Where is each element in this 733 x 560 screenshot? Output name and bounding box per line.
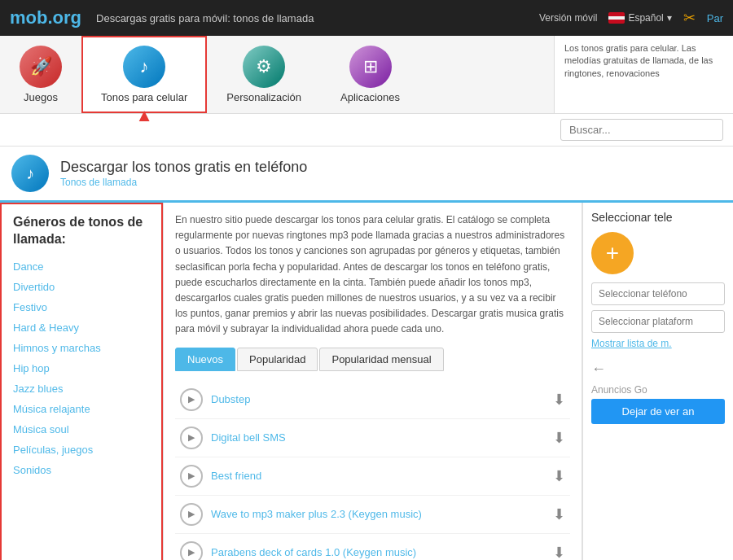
header-right: Versión móvil Español ▾ ✂ Par xyxy=(539,9,723,27)
nav-label-apps: Aplicaciones xyxy=(340,91,400,103)
sidebar: Géneros de tonos de llamada: Dance Diver… xyxy=(0,203,163,560)
par-button[interactable]: Par xyxy=(707,12,723,24)
page-heading-text: Descargar los tonos gratis en teléfono T… xyxy=(60,159,307,188)
apps-icon: ⊞ xyxy=(349,46,392,88)
center-content: En nuestro sitio puede descargar los ton… xyxy=(163,203,582,560)
nav-bar: 🚀 Juegos ♪ Tonos para celular ▲ ⚙ Person… xyxy=(0,36,733,114)
page-title: Descargar los tonos gratis en teléfono xyxy=(60,159,307,176)
sidebar-item-jazz[interactable]: Jazz blues xyxy=(13,378,150,399)
sidebar-item-hiphop[interactable]: Hip hop xyxy=(13,358,150,378)
add-phone-button[interactable]: + xyxy=(591,232,634,274)
nav-item-personalization[interactable]: ⚙ Personalización xyxy=(207,36,321,113)
song-item: ▶ Best friend ⬇ xyxy=(175,457,570,496)
sidebar-item-hard-heavy[interactable]: Hard & Heavy xyxy=(13,317,150,338)
logo[interactable]: mob.org xyxy=(10,7,81,28)
sidebar-item-peliculas[interactable]: Películas, juegos xyxy=(13,440,150,460)
song-list: ▶ Dubstep ⬇ ▶ Digital bell SMS ⬇ ▶ Best … xyxy=(175,381,570,561)
personalization-icon: ⚙ xyxy=(243,46,285,88)
back-button[interactable]: ← xyxy=(591,361,725,378)
song-name-2[interactable]: Best friend xyxy=(211,470,545,482)
language-label: Español xyxy=(628,12,663,24)
sidebar-list: Dance Divertido Festivo Hard & Heavy Him… xyxy=(13,256,150,480)
page-heading: ♪ Descargar los tonos gratis en teléfono… xyxy=(0,147,733,203)
song-item: ▶ Parabens deck of cards 1.0 (Keygen mus… xyxy=(175,534,570,561)
nav-right-info: Los tonos gratis para celular. Las melod… xyxy=(554,36,733,113)
flag-icon xyxy=(608,12,625,24)
sidebar-item-musica-soul[interactable]: Música soul xyxy=(13,419,150,440)
main-content: Géneros de tonos de llamada: Dance Diver… xyxy=(0,203,733,560)
play-button-1[interactable]: ▶ xyxy=(180,427,203,449)
tools-icon[interactable]: ✂ xyxy=(683,9,696,27)
nav-label-ringtones: Tonos para celular xyxy=(101,91,187,103)
stop-ads-button[interactable]: Dejar de ver an xyxy=(591,399,725,424)
select-platform-input[interactable] xyxy=(591,310,725,333)
tab-popularidad-mensual[interactable]: Popularidad mensual xyxy=(319,348,443,371)
tab-popularidad[interactable]: Popularidad xyxy=(237,348,318,371)
download-button-1[interactable]: ⬇ xyxy=(553,429,565,447)
header: mob.org Descargas gratis para móvil: ton… xyxy=(0,0,733,36)
language-selector[interactable]: Español ▾ xyxy=(608,12,671,24)
logo-org: .org xyxy=(47,7,81,28)
song-name-4[interactable]: Parabens deck of cards 1.0 (Keygen music… xyxy=(211,546,545,558)
nav-item-apps[interactable]: ⊞ Aplicaciones xyxy=(321,36,419,113)
song-item: ▶ Dubstep ⬇ xyxy=(175,381,570,419)
sidebar-title: Géneros de tonos de llamada: xyxy=(13,214,150,248)
play-button-3[interactable]: ▶ xyxy=(180,503,203,526)
show-list-link[interactable]: Mostrar lista de m. xyxy=(591,338,725,349)
sidebar-item-festivo[interactable]: Festivo xyxy=(13,297,150,317)
sidebar-item-musica-relajante[interactable]: Música relajante xyxy=(13,399,150,419)
tabs: Nuevos Popularidad Popularidad mensual xyxy=(175,348,570,371)
download-button-4[interactable]: ⬇ xyxy=(553,544,565,561)
games-icon: 🚀 xyxy=(20,46,62,88)
select-phone-title: Seleccionar tele xyxy=(591,211,725,224)
logo-mob: mob xyxy=(10,7,47,28)
ads-label: Anuncios Go xyxy=(591,384,725,396)
header-title: Descargas gratis para móvil: tonos de ll… xyxy=(96,12,539,24)
download-button-2[interactable]: ⬇ xyxy=(553,467,565,485)
sidebar-item-himnos[interactable]: Himnos y marchas xyxy=(13,338,150,358)
select-phone-input[interactable] xyxy=(591,282,725,305)
intro-text: En nuestro sitio puede descargar los ton… xyxy=(175,212,570,338)
play-button-2[interactable]: ▶ xyxy=(180,465,203,488)
sidebar-item-dance[interactable]: Dance xyxy=(13,256,150,277)
song-name-3[interactable]: Wave to mp3 maker plus 2.3 (Keygen music… xyxy=(211,508,545,520)
breadcrumb-link[interactable]: Tonos de llamada xyxy=(60,177,137,188)
nav-label-personalization: Personalización xyxy=(226,91,301,103)
nav-item-ringtones[interactable]: ♪ Tonos para celular ▲ xyxy=(81,36,207,113)
page-heading-icon: ♪ xyxy=(11,155,49,192)
arrow-red-icon: ▲ xyxy=(135,105,153,126)
sidebar-item-divertido[interactable]: Divertido xyxy=(13,277,150,297)
song-name-1[interactable]: Digital bell SMS xyxy=(211,431,545,444)
play-button-0[interactable]: ▶ xyxy=(180,388,203,411)
download-button-3[interactable]: ⬇ xyxy=(553,505,565,523)
nav-items: 🚀 Juegos ♪ Tonos para celular ▲ ⚙ Person… xyxy=(0,36,554,113)
tab-nuevos[interactable]: Nuevos xyxy=(175,348,235,371)
play-button-4[interactable]: ▶ xyxy=(180,541,203,561)
version-mobile[interactable]: Versión móvil xyxy=(539,12,597,24)
sidebar-item-sonidos[interactable]: Sonidos xyxy=(13,460,150,480)
right-panel: Seleccionar tele + Mostrar lista de m. ←… xyxy=(582,203,733,560)
song-item: ▶ Digital bell SMS ⬇ xyxy=(175,419,570,457)
nav-item-games[interactable]: 🚀 Juegos xyxy=(0,36,81,113)
search-input[interactable] xyxy=(560,119,723,141)
song-item: ▶ Wave to mp3 maker plus 2.3 (Keygen mus… xyxy=(175,496,570,534)
song-name-0[interactable]: Dubstep xyxy=(211,393,545,405)
ringtones-icon: ♪ xyxy=(123,46,165,88)
download-button-0[interactable]: ⬇ xyxy=(553,391,565,409)
chevron-down-icon: ▾ xyxy=(667,12,672,24)
nav-label-games: Juegos xyxy=(24,91,58,103)
